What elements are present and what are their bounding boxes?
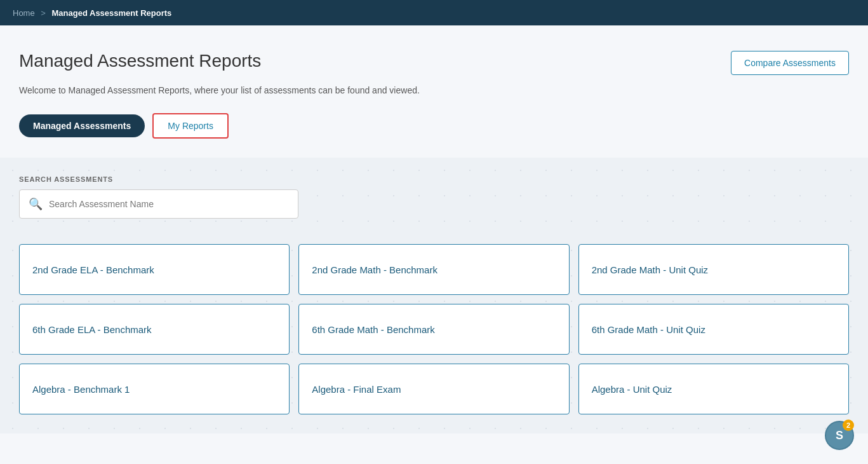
assessment-card[interactable]: Algebra - Unit Quiz [578,364,849,414]
compare-assessments-button[interactable]: Compare Assessments [731,51,849,75]
card-title: Algebra - Benchmark 1 [32,384,130,395]
breadcrumb-current: Managed Assessment Reports [52,8,172,18]
card-title: 2nd Grade ELA - Benchmark [32,264,154,275]
search-label: SEARCH ASSESSMENTS [19,175,849,183]
header-row: Managed Assessment Reports Compare Asses… [19,51,849,75]
cards-grid: 2nd Grade ELA - Benchmark2nd Grade Math … [19,244,849,414]
search-section: SEARCH ASSESSMENTS 🔍 [0,158,868,238]
cards-section: 2nd Grade ELA - Benchmark2nd Grade Math … [0,238,868,433]
assessment-card[interactable]: 2nd Grade ELA - Benchmark [19,244,290,295]
notification-badge: 2 [843,420,854,431]
main-content: Managed Assessment Reports Compare Asses… [0,25,868,158]
tab-row: Managed Assessments My Reports [19,113,849,139]
assessment-card[interactable]: 6th Grade Math - Benchmark [298,304,569,355]
assessment-card[interactable]: 6th Grade Math - Unit Quiz [578,304,849,355]
breadcrumb-separator: > [41,8,46,18]
card-title: Algebra - Unit Quiz [592,384,672,395]
avatar-bubble[interactable]: 2 S [825,421,854,450]
tab-my-reports[interactable]: My Reports [152,113,229,139]
assessment-card[interactable]: Algebra - Benchmark 1 [19,364,290,414]
page-title: Managed Assessment Reports [19,51,261,71]
breadcrumb-home[interactable]: Home [13,8,35,18]
avatar-label: S [836,429,843,442]
card-title: 6th Grade ELA - Benchmark [32,324,152,335]
breadcrumb: Home > Managed Assessment Reports [13,8,171,18]
assessment-card[interactable]: 2nd Grade Math - Benchmark [298,244,569,295]
search-box-container: 🔍 [19,189,298,219]
tab-managed-assessments[interactable]: Managed Assessments [19,114,145,137]
card-title: 2nd Grade Math - Benchmark [312,264,437,275]
top-navbar: Home > Managed Assessment Reports [0,0,868,25]
assessment-card[interactable]: Algebra - Final Exam [298,364,569,414]
assessment-card[interactable]: 6th Grade ELA - Benchmark [19,304,290,355]
search-input[interactable] [49,199,289,209]
search-icon: 🔍 [29,197,43,211]
card-title: 6th Grade Math - Benchmark [312,324,434,335]
assessment-card[interactable]: 2nd Grade Math - Unit Quiz [578,244,849,295]
page-subtitle: Welcome to Managed Assessment Reports, w… [19,85,849,95]
title-block: Managed Assessment Reports [19,51,261,71]
card-title: Algebra - Final Exam [312,384,401,395]
card-title: 6th Grade Math - Unit Quiz [592,324,705,335]
card-title: 2nd Grade Math - Unit Quiz [592,264,708,275]
